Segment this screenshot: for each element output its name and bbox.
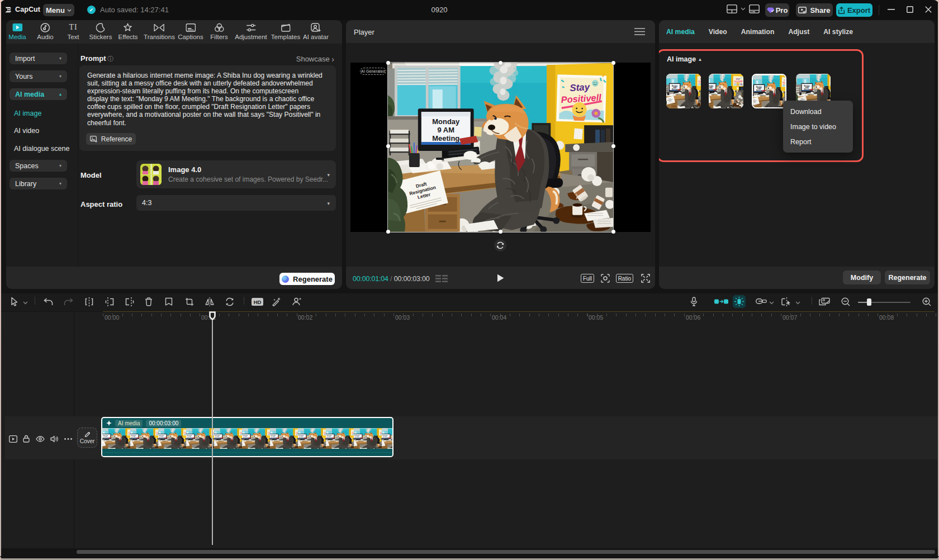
svg-text:HD: HD — [254, 299, 262, 305]
